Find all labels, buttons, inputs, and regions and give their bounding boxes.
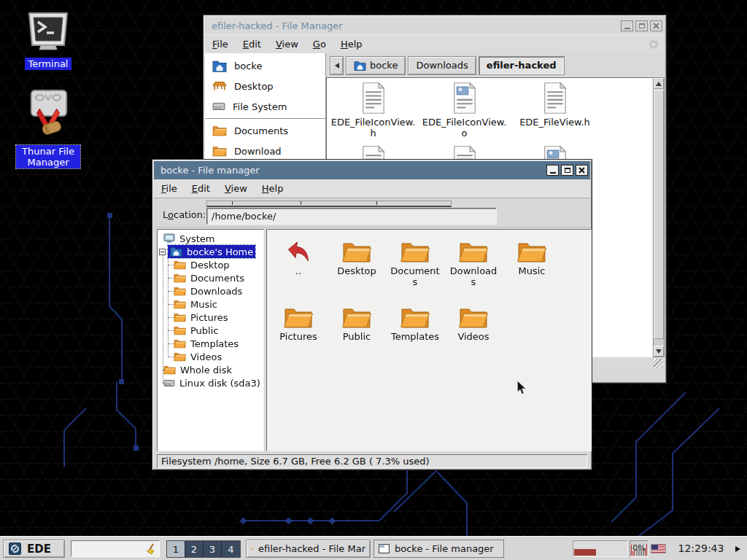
tree-item-linux-disk[interactable]: Linux disk (sda3)	[158, 376, 263, 389]
path-button-downloads[interactable]: Downloads	[408, 56, 476, 75]
menu-help[interactable]: Help	[333, 39, 370, 50]
menu-go[interactable]: Go	[306, 39, 333, 50]
folder-icon	[400, 306, 430, 329]
tree-item-desktop[interactable]: Desktop	[158, 258, 263, 271]
task-button-efiler[interactable]: efiler-hacked - File Mar	[246, 540, 371, 558]
sidebar-item-desktop[interactable]: Desktop	[205, 76, 325, 96]
collapsed-panel-handle[interactable]	[206, 201, 452, 207]
collapse-expander-icon[interactable]	[159, 249, 166, 255]
file-item[interactable]: EDE_FileIconView.o	[422, 82, 507, 139]
minimize-button[interactable]	[621, 20, 633, 31]
tree-item-videos[interactable]: Videos	[158, 350, 263, 363]
tree-item-pictures[interactable]: Pictures	[158, 311, 263, 324]
window-title: efiler-hacked - File Manager	[212, 20, 343, 31]
ede-start-button[interactable]: EDE	[3, 540, 65, 558]
grid-item-desktop[interactable]: Desktop	[328, 238, 386, 276]
titlebar[interactable]: efiler-hacked - File Manager	[205, 17, 665, 34]
folder-icon	[342, 240, 371, 263]
path-button-home[interactable]: bocke	[346, 56, 406, 75]
file-item[interactable]: EDE_FileView.h	[512, 82, 597, 128]
folder-icon-view[interactable]: .. Desktop Documents Downloads Music	[266, 229, 592, 451]
grid-item-documents[interactable]: Documents	[386, 238, 444, 287]
grid-item-up[interactable]: ..	[269, 238, 328, 276]
grid-item-downloads[interactable]: Downloads	[444, 238, 503, 287]
folder-icon	[251, 543, 253, 554]
menu-view[interactable]: View	[268, 39, 306, 50]
menu-edit[interactable]: Edit	[185, 183, 217, 194]
workspace-pager: 1 2 3 4	[166, 540, 241, 558]
cpu-monitor[interactable]: 0%	[630, 540, 649, 557]
sidebar-item-download[interactable]: Download	[205, 141, 325, 161]
desktop-icon	[212, 80, 227, 92]
terminal-icon	[25, 12, 71, 55]
close-button[interactable]	[576, 165, 588, 176]
location-label: Location:	[163, 209, 206, 220]
sidebar-item-documents[interactable]: Documents	[205, 120, 325, 141]
window-bocke: bocke - File manager File Edit View Help…	[152, 159, 592, 470]
tree-item-documents[interactable]: Documents	[158, 271, 263, 284]
tree-item-public[interactable]: Public	[158, 324, 263, 337]
path-button-current[interactable]: efiler-hacked	[479, 56, 565, 75]
scroll-up-button[interactable]	[654, 78, 664, 89]
drive-icon	[212, 101, 225, 112]
home-folder-icon	[212, 60, 227, 72]
titlebar[interactable]: bocke - File manager	[154, 161, 590, 179]
grid-item-pictures[interactable]: Pictures	[269, 304, 328, 342]
back-arrow-icon	[335, 63, 339, 69]
desktop-icon-terminal[interactable]: Terminal	[18, 12, 79, 70]
file-box-ribbon-icon	[26, 88, 71, 140]
grid-item-public[interactable]: Public	[328, 304, 386, 342]
maximize-button[interactable]	[561, 165, 573, 176]
task-button-bocke[interactable]: bocke - File manager	[374, 540, 504, 558]
resize-grip[interactable]	[654, 359, 663, 368]
menu-file[interactable]: File	[154, 183, 185, 194]
workspace-3[interactable]: 3	[204, 541, 222, 557]
tree-item-home-selected[interactable]: bocke's Home	[158, 245, 263, 258]
quick-launch-field[interactable]	[71, 540, 160, 557]
tree-item-music[interactable]: Music	[158, 298, 263, 311]
computer-icon	[163, 233, 175, 244]
tree-item-whole-disk[interactable]: Whole disk	[158, 363, 263, 376]
tree-item-templates[interactable]: Templates	[158, 337, 263, 350]
menu-view[interactable]: View	[217, 183, 255, 194]
location-input[interactable]	[206, 208, 497, 225]
home-folder-icon	[170, 246, 182, 257]
tree-item-system[interactable]: System	[158, 232, 263, 245]
vertical-scrollbar[interactable]	[653, 77, 665, 357]
menu-file[interactable]: File	[205, 39, 236, 50]
grid-item-templates[interactable]: Templates	[386, 304, 444, 342]
cpu-percent: 0%	[630, 543, 648, 553]
folder-icon	[212, 125, 227, 136]
folder-icon	[174, 299, 186, 309]
memory-meter[interactable]	[573, 540, 628, 557]
grid-item-videos[interactable]: Videos	[444, 304, 503, 342]
close-icon	[653, 23, 659, 29]
folder-icon	[459, 306, 488, 329]
scroll-down-button[interactable]	[654, 346, 664, 357]
scrollbar-thumb[interactable]	[654, 90, 664, 339]
minimize-button[interactable]	[546, 165, 559, 176]
document-image-icon	[452, 82, 478, 114]
workspace-4[interactable]: 4	[222, 541, 240, 557]
statusbar: Filesystem /home, Size 6.7 GB, Free 6.2 …	[157, 454, 587, 468]
folder-icon	[174, 312, 186, 322]
maximize-button[interactable]	[635, 20, 648, 31]
close-button[interactable]	[650, 20, 662, 31]
menubar: File Edit View Help	[154, 179, 590, 198]
workspace-2[interactable]: 2	[185, 541, 204, 557]
menu-help[interactable]: Help	[255, 183, 291, 194]
tree-item-downloads[interactable]: Downloads	[158, 284, 263, 298]
sidebar-item-home[interactable]: bocke	[205, 55, 325, 76]
menu-edit[interactable]: Edit	[236, 39, 268, 50]
folder-icon	[174, 338, 186, 349]
tray-expand-arrow-icon[interactable]	[735, 546, 740, 552]
clock[interactable]: 12:29:43	[671, 537, 731, 560]
keyboard-layout-flag-icon[interactable]	[651, 544, 666, 553]
desktop-icon-thunar[interactable]: Thunar File Manager	[15, 88, 82, 168]
sidebar-item-filesystem[interactable]: File System	[205, 96, 325, 117]
folder-icon	[459, 240, 488, 263]
path-back-button[interactable]	[330, 56, 344, 75]
file-item[interactable]: EDE_FileIconView.h	[330, 82, 416, 139]
workspace-1[interactable]: 1	[167, 541, 185, 557]
grid-item-music[interactable]: Music	[503, 238, 561, 276]
